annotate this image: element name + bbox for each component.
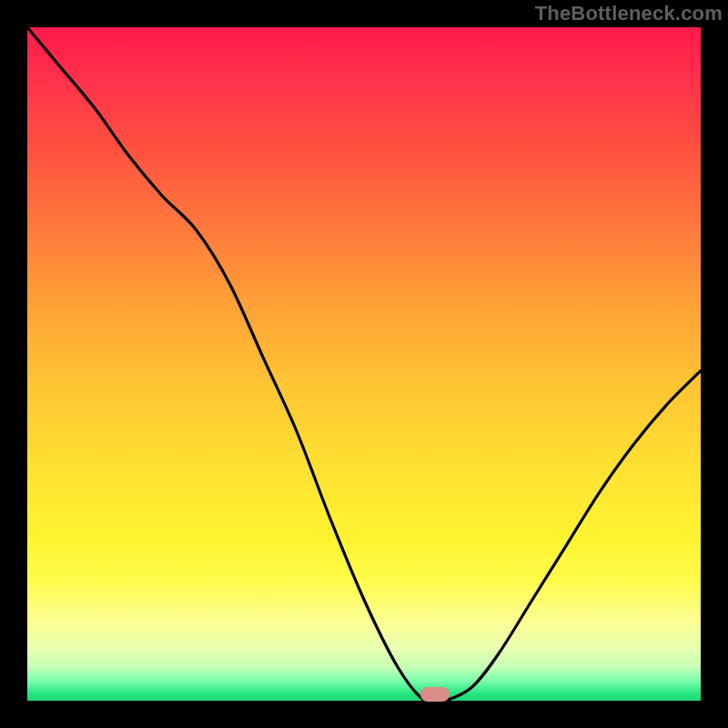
curve-svg [27, 27, 701, 701]
attribution-text: TheBottleneck.com [535, 2, 723, 25]
min-marker [420, 687, 450, 702]
plot-area [27, 27, 701, 701]
bottleneck-curve [27, 27, 701, 703]
chart-frame: TheBottleneck.com [0, 0, 728, 728]
